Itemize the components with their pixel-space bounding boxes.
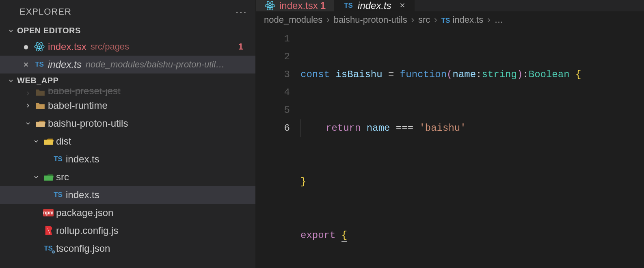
code-content[interactable]: const isBaishu = function(name:string):B…: [300, 30, 644, 268]
line-number: 5: [256, 102, 290, 119]
folder-open-icon: [33, 119, 47, 128]
svg-point-3: [39, 46, 40, 48]
chevron-right-icon: ›: [411, 15, 414, 25]
tab-index-ts[interactable]: TS index.ts: [334, 0, 415, 11]
chevron-right-icon: ›: [487, 15, 490, 25]
file-tree: babel-preset-jest babel-runtime baishu-p…: [0, 88, 255, 257]
open-editors-label: OPEN EDITORS: [17, 26, 81, 35]
tree-label: package.json: [56, 207, 113, 218]
svg-point-7: [269, 5, 271, 6]
tree-label: index.ts: [66, 189, 99, 201]
open-editor-path: node_modules/baishu-proton-util…: [86, 59, 247, 70]
chevron-down-icon: [31, 174, 41, 180]
tree-file[interactable]: TS index.ts: [0, 150, 255, 168]
editor-area: index.tsx 1 TS index.ts node_modules › b…: [256, 0, 644, 268]
tree-folder[interactable]: baishu-proton-utils: [0, 115, 255, 132]
chevron-right-icon: [23, 102, 33, 109]
npm-icon: npm: [41, 209, 55, 216]
tree-label: dist: [56, 136, 71, 147]
project-label: WEB_APP: [17, 76, 58, 85]
tree-folder[interactable]: babel-runtime: [0, 97, 255, 115]
tab-label: index.ts: [358, 0, 391, 11]
react-icon: [32, 41, 46, 52]
tab-label: index.tsx: [279, 0, 318, 11]
typescript-icon: TS: [51, 191, 65, 199]
breadcrumb[interactable]: node_modules › baishu-proton-utils › src…: [256, 11, 644, 28]
tree-folder[interactable]: babel-preset-jest: [0, 89, 255, 97]
tree-label: tsconfig.json: [56, 243, 110, 254]
line-number: 4: [256, 84, 290, 102]
open-editors-header[interactable]: OPEN EDITORS: [0, 24, 255, 38]
chevron-right-icon: [23, 90, 33, 97]
tree-label: index.ts: [66, 153, 99, 165]
open-editor-item[interactable]: ● index.tsx src/pages 1: [0, 38, 255, 56]
modified-dot-icon[interactable]: ●: [19, 41, 32, 52]
line-number: 3: [256, 66, 290, 84]
typescript-icon: TS: [32, 61, 46, 69]
chevron-down-icon: [7, 77, 15, 84]
chevron-down-icon: [31, 138, 41, 145]
tree-file[interactable]: TS index.ts: [0, 186, 255, 204]
line-number: 2: [256, 48, 290, 66]
folder-icon: [33, 101, 47, 110]
chevron-right-icon: ›: [326, 15, 329, 25]
tsconfig-icon: TS⚙: [41, 244, 55, 253]
open-editor-filename: index.tsx: [48, 41, 86, 52]
line-number: 6: [256, 119, 290, 137]
tree-label: src: [56, 171, 69, 183]
typescript-icon: TS: [342, 2, 354, 10]
folder-dist-icon: [41, 137, 55, 146]
explorer-sidebar: EXPLORER ··· OPEN EDITORS ● index.tsx sr…: [0, 0, 256, 268]
tree-file[interactable]: rollup.config.js: [0, 222, 255, 240]
chevron-right-icon: ›: [434, 15, 437, 25]
tab-index-tsx[interactable]: index.tsx 1: [256, 0, 334, 11]
project-header[interactable]: WEB_APP: [0, 73, 255, 88]
problems-badge: 1: [238, 41, 247, 52]
close-icon[interactable]: [19, 61, 32, 68]
chevron-down-icon: [7, 27, 15, 35]
breadcrumb-trailing[interactable]: …: [495, 15, 504, 25]
tree-folder[interactable]: src: [0, 168, 255, 186]
explorer-header: EXPLORER ···: [0, 0, 255, 24]
code-editor[interactable]: 1 2 3 4 5 6 const isBaishu = function(na…: [256, 28, 644, 268]
folder-icon: [33, 89, 47, 97]
tree-label: baishu-proton-utils: [48, 118, 128, 129]
folder-src-icon: [41, 173, 55, 182]
tree-label: babel-preset-jest: [48, 89, 121, 97]
open-editor-filename: index.ts: [48, 59, 82, 70]
breadcrumb-segment[interactable]: node_modules: [264, 15, 322, 25]
line-number: 1: [256, 30, 290, 48]
chevron-down-icon: [23, 120, 33, 127]
tree-folder[interactable]: dist: [0, 132, 255, 150]
editor-tabs: index.tsx 1 TS index.ts: [256, 0, 644, 11]
explorer-title: EXPLORER: [19, 6, 71, 17]
open-editor-path: src/pages: [91, 41, 238, 52]
react-icon: [264, 0, 276, 11]
tree-file[interactable]: TS⚙ tsconfig.json: [0, 240, 255, 257]
typescript-icon: TS: [441, 15, 450, 25]
tree-label: babel-runtime: [48, 100, 108, 111]
breadcrumb-segment[interactable]: src: [418, 15, 430, 25]
breadcrumb-file[interactable]: index.ts: [452, 15, 483, 25]
typescript-icon: TS: [51, 155, 65, 163]
tree-label: rollup.config.js: [56, 225, 118, 236]
tree-file[interactable]: npm package.json: [0, 204, 255, 222]
close-icon[interactable]: [399, 0, 406, 11]
breadcrumb-segment[interactable]: baishu-proton-utils: [334, 15, 407, 25]
tab-badge: 1: [320, 0, 326, 11]
rollup-icon: [41, 225, 55, 236]
line-number-gutter: 1 2 3 4 5 6: [256, 30, 300, 268]
open-editor-item[interactable]: TS index.ts node_modules/baishu-proton-u…: [0, 56, 255, 73]
